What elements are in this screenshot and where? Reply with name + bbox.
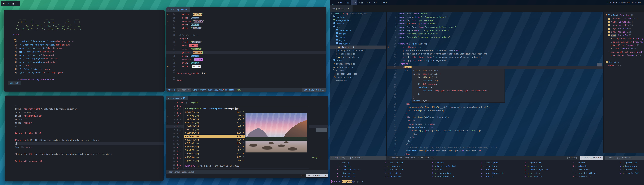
file-item[interactable]: 9hMxcHr.jpg4.1 M (184, 145, 245, 149)
vista-item[interactable]: xVariable (604, 60, 644, 64)
workspace-9[interactable]: 9♫ (372, 0, 379, 5)
which-key-binding[interactable]: j → float jump (478, 161, 504, 165)
tree-item-package.json[interactable]: {}package.json (330, 76, 386, 79)
tree-item-post-list.js[interactable]: │ JSpost-list.js (330, 52, 386, 55)
file-item[interactable]: 6QbF0pb.jpg4.14 M (184, 135, 245, 138)
startify-entry[interactable]: [5] ⚙~/.config/polybar/modules.ini (13, 57, 162, 60)
vista-item[interactable]: ⚒backgroundColor Property: (604, 37, 644, 40)
tree-item-gatsby-node.js[interactable]: JSgatsby-node.js (330, 66, 386, 69)
startify-entry[interactable]: [8] ☰~/.local/bin/rofi-menu (13, 67, 162, 71)
which-key-binding[interactable]: h → hide (429, 168, 456, 171)
tree-item-tag-template.js[interactable]: └ JStag-template.js (330, 55, 386, 59)
buffer-tab-alacritty-yml[interactable]: alacritty.yml⚙ (166, 7, 190, 12)
file-item[interactable]: 07nEzQ3.jpg1.86 M (184, 142, 245, 145)
vista-item[interactable]: xtags Variable:14 (604, 27, 644, 30)
vista-item[interactable]: ƒBlogPost Function:10 (604, 14, 644, 17)
which-key-binding[interactable]: N → next error (478, 168, 504, 171)
file-item[interactable]: ad6v90y.jpg3.05 M (184, 156, 245, 159)
which-key-binding[interactable]: c → commands (382, 165, 404, 168)
which-key-binding[interactable]: R → references (522, 175, 548, 178)
startify-entry[interactable]: [9] {}~/.config/nvim/coc-settings.json (13, 71, 162, 74)
startify-entry[interactable]: [1] JS~/Repos/blog/src/templates/blog-po… (13, 43, 162, 46)
vista-item[interactable]: ⚒__html Property:29 (604, 47, 644, 50)
vista-item[interactable]: xthumbnail Variable:11 (604, 17, 644, 20)
workspace-2[interactable]: 2▤ (344, 0, 351, 5)
float-scrollbar-thumb[interactable] (316, 128, 327, 132)
file-item[interactable]: aghr5Ip.jpg249 K (184, 159, 245, 162)
tree-item-style[interactable]: │ style (330, 39, 386, 42)
which-key-binding[interactable]: z → disable CoC (617, 171, 638, 175)
tree-item-public[interactable]: public (330, 22, 386, 25)
terminal-window-alacritty-yml[interactable]: alacritty.yml⚙ ~14 yellow: "#EBCB8B"~15 … (166, 7, 326, 92)
which-key-binding[interactable]: q → quickfix (522, 171, 548, 175)
file-item[interactable]: 3UwJhbg.jpg680 K (184, 114, 245, 117)
which-key-binding[interactable]: a → line action (334, 171, 360, 175)
tree-item-src[interactable]: src (330, 25, 386, 29)
file-item[interactable]: 6iibVNY.jpg2.06 M (184, 131, 245, 135)
vista-blank[interactable] (604, 57, 644, 60)
startify-entry[interactable]: [7] ⚙~/.zshrc (13, 64, 162, 67)
tree-item-templates[interactable]: └ templates (330, 42, 386, 45)
now-playing[interactable]: ♫ America - A Horse with No Name (606, 1, 641, 4)
tree-item-components[interactable]: │ components (330, 29, 386, 32)
tree-item-node_modules[interactable]: node_modules (330, 19, 386, 22)
file-item[interactable]: 6zS17Sj.jpg4.96 M (184, 138, 245, 142)
which-key-binding[interactable]: e → extensions (382, 175, 404, 178)
file-manager-float[interactable]: chris@machine ~/Pics/wallpapers/6QbF0pb.… (184, 107, 309, 169)
workspace-3[interactable]: 3Ⅴ (350, 0, 358, 5)
which-key-binding[interactable]: u → resume list (569, 175, 596, 178)
terminal-window-startify[interactable]: _ __ _ __ ___ __ ___ / |/ /__ (_)_ __ / … (4, 10, 165, 92)
which-key-binding[interactable]: s → references (569, 168, 596, 171)
file-item[interactable]: 3JWY37f.jpg1.31 M (184, 110, 245, 114)
which-key-binding[interactable]: d → definition (382, 171, 404, 175)
which-key-binding[interactable]: r → rename (569, 161, 596, 165)
which-key-binding[interactable]: . → config (334, 161, 360, 165)
file-item[interactable]: 04PDl3F.jpg3.51 M (184, 121, 245, 124)
tree-item-LICENSE[interactable]: LICENSE (330, 69, 386, 72)
which-key-binding[interactable]: P → prev error (522, 165, 548, 168)
notification-icon[interactable]: ! (18, 2, 18, 5)
file-item[interactable]: 30iNVBw.jpg3.11 M (184, 152, 245, 156)
workspace-8[interactable]: 8✉ (365, 0, 372, 5)
startify-entry[interactable]: [6] ⚙~/.config/polybar/config.ini (13, 60, 162, 64)
tree-item-blog-post.js[interactable]: │ JSblog-post.js (330, 45, 386, 49)
which-key-binding[interactable]: D → declaration (382, 168, 404, 171)
which-key-binding[interactable]: i → implementation (429, 175, 456, 178)
buffer-tab-aliases-zsh[interactable]: aliases.zsh>_ (166, 96, 188, 100)
discord-icon[interactable]: ☻ (2, 2, 5, 5)
buffer-tab-blog-post[interactable]: blog-post.jsJS (330, 5, 352, 12)
arch-logo-icon[interactable] (330, 1, 336, 4)
which-key-binding[interactable]: Z → enable CoC (617, 168, 638, 171)
workspace-4[interactable]: 4▣ (358, 0, 365, 5)
which-key-binding[interactable]: O → outline (478, 175, 504, 178)
vista-item[interactable]: xtitle Variable:14 (604, 20, 644, 24)
startify-entry[interactable]: [2] ⚙~/.config/alacritty/alacritty.yml (13, 46, 162, 50)
vista-item[interactable]: default:48 (604, 64, 644, 67)
tree-item-package-lock.json[interactable]: {}package-lock.json (330, 72, 386, 76)
screen-share-icon[interactable]: ▣ (12, 2, 14, 5)
startify-entry[interactable]: [0] ↓~/Repos/blog/content/Linux/06-alacr… (13, 40, 162, 43)
vista-scrollbar-thumb[interactable] (597, 63, 602, 66)
tree-item-pages[interactable]: │ pages (330, 35, 386, 39)
vista-item[interactable]: ƒtags.map() callback Function:35 (604, 50, 644, 54)
vista-item[interactable]: ximage Variable:14 (604, 24, 644, 27)
startify-entry[interactable]: [4] ⚙~/.config/picom/picom.conf (13, 53, 162, 57)
tree-item-utils[interactable]: utils (330, 59, 386, 62)
explorer-root[interactable]: ▾ [FILE]: blog /home/chris/Rep (330, 12, 386, 15)
which-key-binding[interactable]: o → open link (522, 161, 548, 165)
tree-item-images[interactable]: │ images (330, 32, 386, 35)
terminal-window-markdown[interactable]: ---title: Alacritty GPU Accelerated Term… (5, 96, 164, 181)
which-key-binding[interactable]: ; → refactor (334, 165, 360, 168)
which-key-binding[interactable]: f → format selected (429, 165, 456, 168)
which-key-binding[interactable]: b → next action (382, 161, 404, 165)
tree-item-content[interactable]: content (330, 15, 386, 19)
which-key-binding[interactable]: v → tag viewer (617, 165, 638, 168)
which-key-binding[interactable]: t → type definition (569, 171, 596, 175)
vista-item[interactable]: xprev Variable:15 (604, 30, 644, 34)
which-key-binding[interactable]: p → prev diagnostic (522, 168, 548, 171)
file-item[interactable]: 24LrDFQ.jpg1.7 M (184, 149, 245, 152)
vista-item[interactable]: ⚒textAlign Property:25 (604, 44, 644, 47)
vista-item[interactable]: ⚒marginLeft Property:36 (604, 54, 644, 57)
tree-item-blog-post.module.le[interactable]: │ #blog-post.module.le (330, 49, 386, 52)
which-key-binding[interactable]: F → format (429, 161, 456, 165)
